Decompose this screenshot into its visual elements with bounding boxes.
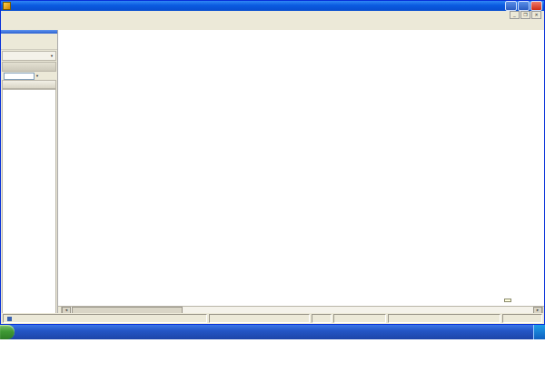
session-selector[interactable]: ▼ bbox=[2, 51, 56, 61]
cursor-readout bbox=[504, 299, 511, 302]
status-width bbox=[502, 314, 542, 323]
taskbar bbox=[0, 325, 545, 339]
minimize-button[interactable] bbox=[505, 1, 517, 11]
sidebar: ▼ ▼ bbox=[1, 30, 58, 315]
map-list bbox=[2, 89, 56, 314]
titlebar[interactable] bbox=[1, 1, 544, 11]
sidebar-toolbar bbox=[1, 34, 57, 50]
status-clipboard bbox=[3, 314, 207, 323]
filter-input[interactable] bbox=[4, 73, 35, 80]
system-tray bbox=[533, 325, 545, 339]
maximize-button[interactable] bbox=[518, 1, 530, 11]
chevron-down-icon: ▼ bbox=[50, 54, 54, 58]
status-module bbox=[333, 314, 386, 323]
close-button[interactable] bbox=[530, 1, 542, 11]
surface-plot[interactable] bbox=[58, 30, 545, 307]
winols-window: _ ❐ ✕ ▼ ▼ bbox=[0, 0, 545, 325]
mdi-minimize-button[interactable]: _ bbox=[510, 11, 520, 19]
clipboard-chip-icon bbox=[7, 317, 12, 321]
mdi-restore-button[interactable]: ❐ bbox=[520, 11, 530, 19]
status-ad bbox=[312, 314, 332, 323]
app-icon bbox=[3, 2, 11, 10]
status-cursor bbox=[388, 314, 500, 323]
filter-row: ▼ bbox=[1, 72, 57, 80]
screen: _ ❐ ✕ ▼ ▼ bbox=[0, 0, 545, 339]
panel-title bbox=[2, 62, 56, 72]
map-list-header[interactable] bbox=[2, 80, 56, 89]
start-button[interactable] bbox=[0, 325, 15, 339]
map-3d-view: ◄ ► bbox=[58, 30, 544, 315]
mdi-close-button[interactable]: ✕ bbox=[531, 11, 541, 19]
chevron-down-icon: ▼ bbox=[35, 74, 39, 78]
status-checksum bbox=[209, 314, 310, 323]
statusbar bbox=[1, 313, 544, 324]
